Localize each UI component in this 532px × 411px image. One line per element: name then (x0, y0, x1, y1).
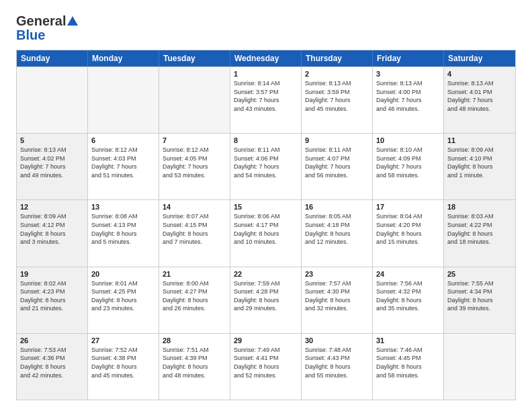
cell-info: Sunrise: 7:57 AM Sunset: 4:30 PM Dayligh… (305, 279, 369, 313)
table-row: 24Sunrise: 7:56 AM Sunset: 4:32 PM Dayli… (373, 267, 444, 333)
header-day-sunday: Sunday (17, 50, 88, 66)
cell-info: Sunrise: 8:12 AM Sunset: 4:03 PM Dayligh… (91, 146, 155, 179)
day-number: 17 (376, 203, 440, 211)
day-number: 28 (163, 336, 226, 345)
cell-info: Sunrise: 8:05 AM Sunset: 4:18 PM Dayligh… (305, 212, 369, 246)
day-number: 20 (91, 270, 155, 278)
day-number: 26 (20, 336, 84, 345)
table-row: 22Sunrise: 7:59 AM Sunset: 4:28 PM Dayli… (230, 267, 302, 333)
table-row: 28Sunrise: 7:51 AM Sunset: 4:39 PM Dayli… (159, 334, 230, 400)
table-row: 18Sunrise: 8:03 AM Sunset: 4:22 PM Dayli… (444, 200, 515, 266)
logo-general-text: General (16, 13, 66, 29)
table-row: 14Sunrise: 8:07 AM Sunset: 4:15 PM Dayli… (159, 200, 230, 266)
cell-info: Sunrise: 7:55 AM Sunset: 4:34 PM Dayligh… (447, 279, 512, 313)
day-number: 3 (376, 70, 440, 78)
table-row: 25Sunrise: 7:55 AM Sunset: 4:34 PM Dayli… (444, 267, 515, 333)
table-row: 17Sunrise: 8:04 AM Sunset: 4:20 PM Dayli… (373, 200, 444, 266)
cell-info: Sunrise: 7:48 AM Sunset: 4:43 PM Dayligh… (305, 346, 369, 379)
cell-info: Sunrise: 8:09 AM Sunset: 4:10 PM Dayligh… (447, 146, 512, 179)
table-row: 20Sunrise: 8:01 AM Sunset: 4:25 PM Dayli… (88, 267, 159, 333)
calendar-row-3: 19Sunrise: 8:02 AM Sunset: 4:23 PM Dayli… (17, 267, 515, 333)
logo-blue-text: Blue (16, 28, 45, 43)
day-number: 31 (376, 336, 440, 345)
day-number: 14 (163, 203, 226, 211)
table-row (17, 67, 88, 133)
day-number: 11 (447, 136, 512, 144)
table-row: 4Sunrise: 8:13 AM Sunset: 4:01 PM Daylig… (444, 67, 515, 133)
day-number: 27 (91, 336, 155, 345)
header-day-friday: Friday (373, 50, 444, 66)
calendar-row-2: 12Sunrise: 8:09 AM Sunset: 4:12 PM Dayli… (17, 199, 515, 266)
day-number: 15 (234, 203, 298, 211)
table-row: 12Sunrise: 8:09 AM Sunset: 4:12 PM Dayli… (17, 200, 88, 266)
cell-info: Sunrise: 8:08 AM Sunset: 4:13 PM Dayligh… (91, 212, 155, 246)
table-row: 9Sunrise: 8:11 AM Sunset: 4:07 PM Daylig… (302, 134, 373, 199)
cell-info: Sunrise: 8:13 AM Sunset: 3:59 PM Dayligh… (305, 79, 369, 113)
table-row: 26Sunrise: 7:53 AM Sunset: 4:36 PM Dayli… (17, 334, 88, 400)
day-number: 8 (234, 136, 298, 144)
day-number: 29 (234, 336, 298, 345)
day-number: 22 (234, 270, 298, 278)
calendar-row-1: 5Sunrise: 8:13 AM Sunset: 4:02 PM Daylig… (17, 133, 515, 199)
cell-info: Sunrise: 8:01 AM Sunset: 4:25 PM Dayligh… (91, 279, 155, 313)
calendar-row-4: 26Sunrise: 7:53 AM Sunset: 4:36 PM Dayli… (17, 333, 515, 400)
header-day-tuesday: Tuesday (159, 50, 230, 66)
cell-info: Sunrise: 8:11 AM Sunset: 4:06 PM Dayligh… (234, 146, 298, 179)
day-number: 4 (447, 70, 512, 78)
table-row: 5Sunrise: 8:13 AM Sunset: 4:02 PM Daylig… (17, 134, 88, 199)
header: General Blue (16, 13, 516, 43)
table-row: 3Sunrise: 8:13 AM Sunset: 4:00 PM Daylig… (373, 67, 444, 133)
table-row: 23Sunrise: 7:57 AM Sunset: 4:30 PM Dayli… (302, 267, 373, 333)
calendar-body: 1Sunrise: 8:14 AM Sunset: 3:57 PM Daylig… (17, 66, 515, 400)
cell-info: Sunrise: 7:46 AM Sunset: 4:45 PM Dayligh… (376, 346, 440, 379)
table-row: 15Sunrise: 8:06 AM Sunset: 4:17 PM Dayli… (230, 200, 302, 266)
day-number: 21 (163, 270, 226, 278)
day-number: 24 (376, 270, 440, 278)
header-day-saturday: Saturday (444, 50, 515, 66)
cell-info: Sunrise: 8:13 AM Sunset: 4:02 PM Dayligh… (20, 146, 84, 179)
logo-icon (67, 16, 78, 26)
table-row: 21Sunrise: 8:00 AM Sunset: 4:27 PM Dayli… (159, 267, 230, 333)
day-number: 23 (305, 270, 369, 278)
table-row: 2Sunrise: 8:13 AM Sunset: 3:59 PM Daylig… (302, 67, 373, 133)
header-day-monday: Monday (88, 50, 159, 66)
table-row: 10Sunrise: 8:10 AM Sunset: 4:09 PM Dayli… (373, 134, 444, 199)
table-row: 31Sunrise: 7:46 AM Sunset: 4:45 PM Dayli… (373, 334, 444, 400)
table-row: 6Sunrise: 8:12 AM Sunset: 4:03 PM Daylig… (88, 134, 159, 199)
cell-info: Sunrise: 8:07 AM Sunset: 4:15 PM Dayligh… (163, 212, 226, 246)
calendar: SundayMondayTuesdayWednesdayThursdayFrid… (16, 50, 516, 400)
cell-info: Sunrise: 7:53 AM Sunset: 4:36 PM Dayligh… (20, 346, 84, 379)
cell-info: Sunrise: 8:09 AM Sunset: 4:12 PM Dayligh… (20, 212, 84, 246)
cell-info: Sunrise: 8:00 AM Sunset: 4:27 PM Dayligh… (163, 279, 226, 313)
cell-info: Sunrise: 7:56 AM Sunset: 4:32 PM Dayligh… (376, 279, 440, 313)
cell-info: Sunrise: 8:10 AM Sunset: 4:09 PM Dayligh… (376, 146, 440, 179)
day-number: 5 (20, 136, 84, 144)
table-row: 8Sunrise: 8:11 AM Sunset: 4:06 PM Daylig… (230, 134, 302, 199)
cell-info: Sunrise: 7:49 AM Sunset: 4:41 PM Dayligh… (234, 346, 298, 379)
cell-info: Sunrise: 8:06 AM Sunset: 4:17 PM Dayligh… (234, 212, 298, 246)
table-row (159, 67, 230, 133)
day-number: 9 (305, 136, 369, 144)
table-row: 19Sunrise: 8:02 AM Sunset: 4:23 PM Dayli… (17, 267, 88, 333)
table-row: 11Sunrise: 8:09 AM Sunset: 4:10 PM Dayli… (444, 134, 515, 199)
table-row: 13Sunrise: 8:08 AM Sunset: 4:13 PM Dayli… (88, 200, 159, 266)
table-row: 29Sunrise: 7:49 AM Sunset: 4:41 PM Dayli… (230, 334, 302, 400)
day-number: 6 (91, 136, 155, 144)
cell-info: Sunrise: 8:03 AM Sunset: 4:22 PM Dayligh… (447, 212, 512, 246)
table-row (444, 334, 515, 400)
cell-info: Sunrise: 8:13 AM Sunset: 4:01 PM Dayligh… (447, 79, 512, 113)
cell-info: Sunrise: 8:04 AM Sunset: 4:20 PM Dayligh… (376, 212, 440, 246)
logo: General Blue (16, 13, 78, 43)
cell-info: Sunrise: 7:52 AM Sunset: 4:38 PM Dayligh… (91, 346, 155, 379)
calendar-header: SundayMondayTuesdayWednesdayThursdayFrid… (17, 50, 515, 66)
header-day-wednesday: Wednesday (230, 50, 302, 66)
day-number: 7 (163, 136, 226, 144)
day-number: 18 (447, 203, 512, 211)
cell-info: Sunrise: 7:51 AM Sunset: 4:39 PM Dayligh… (163, 346, 226, 379)
day-number: 2 (305, 70, 369, 78)
day-number: 19 (20, 270, 84, 278)
day-number: 25 (447, 270, 512, 278)
calendar-row-0: 1Sunrise: 8:14 AM Sunset: 3:57 PM Daylig… (17, 66, 515, 133)
table-row: 1Sunrise: 8:14 AM Sunset: 3:57 PM Daylig… (230, 67, 302, 133)
day-number: 10 (376, 136, 440, 144)
